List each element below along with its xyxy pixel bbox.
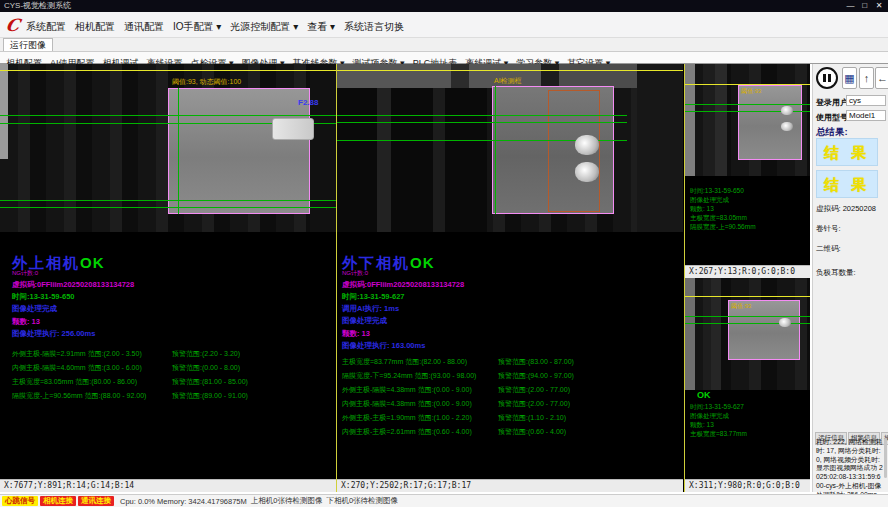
menu-bar: C 系统配置相机配置通讯配置IO手配置 ▾光源控制配置 ▾查看 ▾系统语言切换 [0, 12, 888, 38]
readout-line: 颗数: 13 [690, 204, 808, 213]
pause-button[interactable] [816, 67, 838, 89]
image-artifact [685, 278, 695, 390]
measurement-row: 内侧主极-隔膜=4.60mm 范围:(3.00 - 6.00)预警范围:(0.0… [12, 361, 332, 375]
measurement-row: 主极宽度=83.05mm 范围:(80.00 - 86.00)预警范围:(81.… [12, 375, 332, 389]
status-bar: 心跳信号 相机连接 通讯连接 Cpu: 0.0% Memory: 3424.41… [0, 494, 888, 507]
readout-line: 时间:13-31-59-627 [690, 402, 808, 411]
measure-line-green [0, 200, 336, 201]
camera-name-label: 外下相机 [342, 255, 410, 271]
image-artifact [377, 88, 391, 232]
process-done-label: 图像处理完成 [342, 315, 680, 326]
coords-bar-left: X:7677;Y:891;R:14;G:14;B:14 [0, 479, 336, 492]
count-label: 颗数: 13 [12, 316, 332, 327]
keyboard-icon: ▦ [844, 72, 854, 84]
arrow-up-button[interactable]: ↑ [859, 67, 874, 89]
toolbar: 相机配置AI使用配置相机调试离线设置点检设置 ▾图像处理 ▾基准线参数 ▾测试项… [0, 51, 888, 64]
image-artifact [685, 64, 695, 176]
measure-line-green [0, 115, 336, 116]
close-button[interactable]: ✕ [873, 0, 885, 12]
measurement-list: 外侧主极-隔膜=2.91mm 范围:(2.00 - 3.50)预警范围:(2.2… [12, 347, 332, 403]
measure-value-range: 内侧主极-隔膜=4.60mm 范围:(3.00 - 6.00) [12, 363, 172, 373]
camera-image-middle[interactable]: AI检测框 [337, 64, 683, 232]
camera-image-right-bottom[interactable]: 阈值:93 [685, 278, 810, 390]
measure-value-range: 主极宽度=83.77mm 范围:(82.00 - 88.00) [342, 357, 498, 367]
right-bottom-readout: 时间:13-31-59-627图像处理完成颗数: 13主极宽度=83.77mm [690, 402, 808, 438]
guide-line-yellow [685, 296, 810, 297]
guide-line-yellow [337, 70, 683, 71]
heartbeat-badge: 心跳信号 [2, 496, 38, 506]
ng-count-label: NG计数:0 [12, 270, 332, 277]
measure-value-range: 外侧主极-隔膜=2.91mm 范围:(2.00 - 3.50) [12, 349, 172, 359]
image-artifact [715, 64, 727, 176]
right-top-readout: 时间:13-31-59-650图像处理完成颗数: 13主极宽度=83.05mm隔… [690, 186, 808, 231]
bright-spot [779, 318, 791, 327]
image-artifact [337, 64, 637, 88]
title-bar: CYS-视觉检测系统 — □ ✕ [0, 0, 888, 12]
measurement-row: 内侧主极-主极=2.61mm 范围:(0.60 - 4.00)预警范围:(0.6… [342, 425, 680, 439]
arrow-left-button[interactable]: ← [875, 67, 888, 89]
measure-warn-range: 预警范围:(2.00 - 77.00) [498, 399, 570, 409]
pause-icon [828, 74, 831, 82]
menu-item[interactable]: 查看 ▾ [307, 14, 335, 40]
upper-camera-queue-label: 上相机0张待检测图像 [251, 496, 323, 506]
measure-value-range: 主极宽度=83.05mm 范围:(80.00 - 86.00) [12, 377, 172, 387]
exec-time-label: 图像处理执行: 256.00ms [12, 328, 332, 339]
readout-line: 颗数: 13 [690, 420, 808, 429]
measure-warn-range: 预警范围:(81.00 - 85.00) [172, 377, 248, 387]
menu-item[interactable]: 系统配置 [26, 14, 66, 40]
measure-line-green [0, 207, 336, 208]
lower-camera-queue-label: 下相机0张待检测图像 [326, 496, 398, 506]
image-artifact [337, 88, 487, 232]
coords-bar-right-bottom: X:311;Y:980;R:0;G:0;B:0 [685, 479, 810, 492]
measure-warn-range: 预警范围:(1.10 - 2.10) [498, 413, 566, 423]
measure-warn-range: 预警范围:(89.00 - 91.00) [172, 391, 248, 401]
readout-line: 图像处理完成 [690, 195, 808, 204]
bright-spot [575, 162, 599, 182]
threshold-overlay-label: 阈值:93, 动态阈值:100 [172, 78, 241, 86]
camera-image-right-top[interactable]: 阈值:93 [685, 64, 810, 176]
measure-line-green [685, 104, 810, 105]
readout-line: 图像处理完成 [690, 411, 808, 420]
measurement-row: 主极宽度=83.77mm 范围:(82.00 - 88.00)预警范围:(83.… [342, 355, 680, 369]
keyboard-button[interactable]: ▦ [842, 67, 857, 89]
focus-overlay-label: F2.88 [298, 98, 318, 107]
measure-value-range: 隔膜宽度-下=95.24mm 范围:(93.00 - 98.00) [342, 371, 498, 381]
menu-item[interactable]: 系统语言切换 [344, 14, 404, 40]
time-label: 时间:13-31-59-627 [342, 291, 680, 302]
menu-item[interactable]: 相机配置 [75, 14, 115, 40]
tab-connector-object [272, 118, 314, 140]
window-title: CYS-视觉检测系统 [4, 1, 71, 10]
camera-status-ok: OK [80, 254, 105, 271]
log-scrollbar[interactable] [884, 438, 887, 478]
control-panel: ▦ ↑ ← 登录用户: cys 使用型号: Model1 总结果: 结 果 结 … [812, 64, 888, 492]
electrode-roi-box [738, 85, 802, 160]
measure-line-green-vertical [178, 88, 179, 214]
tab-run-image[interactable]: 运行图像 [3, 38, 53, 51]
measure-line-green [337, 122, 627, 123]
app-logo-icon: C [4, 15, 22, 35]
arrow-up-icon: ↑ [864, 72, 870, 84]
measurement-row: 外侧主极-主极=1.90mm 范围:(1.00 - 2.20)预警范围:(1.1… [342, 411, 680, 425]
menu-item[interactable]: 通讯配置 [124, 14, 164, 40]
measure-warn-range: 预警范围:(2.20 - 3.20) [172, 349, 240, 359]
tab-strip: 运行图像 [0, 38, 888, 51]
camera-image-left[interactable]: 阈值:93, 动态阈值:100 F2.88 [0, 64, 336, 232]
measurement-row: 外侧主极-隔膜=2.91mm 范围:(2.00 - 3.50)预警范围:(2.2… [12, 347, 332, 361]
needle-no-label: 卷针号: [816, 224, 841, 234]
coords-bar-middle: X:270;Y:2502;R:17;G:17;B:17 [337, 479, 683, 492]
guide-line-yellow [0, 70, 336, 71]
readout-line: 主极宽度=83.77mm [690, 429, 808, 438]
count-label: 颗数: 13 [342, 328, 680, 339]
measure-warn-range: 预警范围:(0.60 - 4.00) [498, 427, 566, 437]
measure-value-range: 内侧主极-主极=2.61mm 范围:(0.60 - 4.00) [342, 427, 498, 437]
app-window: CYS-视觉检测系统 — □ ✕ C 系统配置相机配置通讯配置IO手配置 ▾光源… [0, 0, 888, 522]
menu-item[interactable]: IO手配置 ▾ [173, 14, 221, 40]
measure-line-green [685, 316, 810, 317]
model-field[interactable]: Model1 [846, 110, 886, 121]
pause-icon [823, 74, 826, 82]
exec-time-label: 图像处理执行: 163.00ms [342, 340, 680, 351]
minimize-button[interactable]: — [845, 0, 857, 12]
maximize-button[interactable]: □ [859, 0, 871, 12]
menu-item[interactable]: 光源控制配置 ▾ [230, 14, 298, 40]
login-user-field[interactable]: cys [846, 95, 886, 106]
